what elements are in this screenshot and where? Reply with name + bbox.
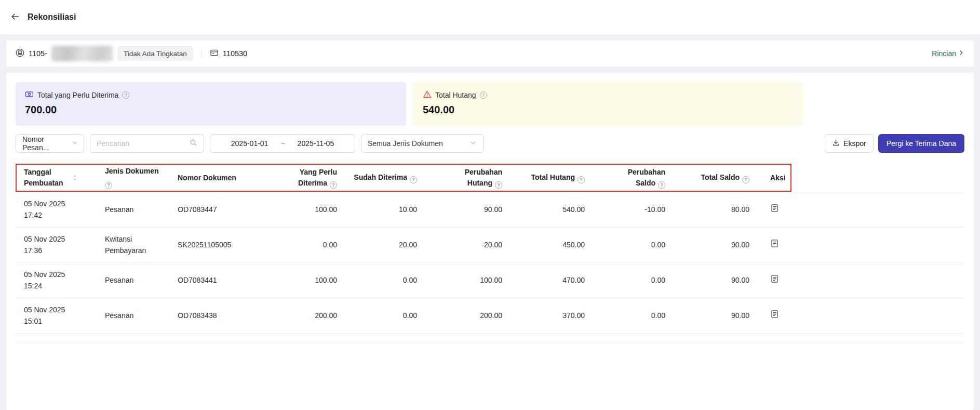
cell-yang-perlu: 100.00 <box>247 263 345 298</box>
account-info-left: 1105- Tidak Ada Tingkatan 110530 <box>16 46 932 61</box>
go-to-receive-funds-button[interactable]: Pergi ke Terima Dana <box>878 134 964 153</box>
view-document-button[interactable] <box>770 310 779 320</box>
document-type-dropdown[interactable]: Semua Jenis Dokumen <box>361 134 484 153</box>
help-icon[interactable]: ? <box>578 176 585 183</box>
date-text: 05 Nov 2025 <box>24 305 88 316</box>
search-type-value: Nomor Pesan... <box>22 135 71 152</box>
help-icon[interactable]: ? <box>410 176 417 183</box>
total-debt-card: Total Hutang ? 540.00 <box>413 82 804 126</box>
redacted-account-name <box>51 46 113 61</box>
date-text: 05 Nov 2025 <box>24 234 88 245</box>
cell-total-saldo: 90.00 <box>674 228 758 263</box>
cell-perubahan-saldo: 0.00 <box>593 298 674 334</box>
store-icon <box>16 48 24 59</box>
cell-total-saldo: 80.00 <box>674 192 758 228</box>
date-start: 2025-01-01 <box>231 139 269 148</box>
document-icon <box>770 310 779 320</box>
help-icon[interactable]: ? <box>742 176 749 183</box>
ledger-card-icon <box>210 48 219 59</box>
document-type-value: Semua Jenis Dokumen <box>368 139 443 148</box>
help-icon[interactable]: ? <box>658 181 665 189</box>
cell-perubahan-saldo: 0.00 <box>593 263 674 298</box>
search-input[interactable] <box>97 139 185 148</box>
col-header-perubahan-hutang: Perubahan Hutang? <box>425 164 511 192</box>
table-header-row: Tanggal Pembuatan Jenis Dokumen ? Nomo <box>16 164 964 192</box>
cell-jenis: Pesanan <box>97 298 169 334</box>
cell-yang-perlu: 200.00 <box>247 298 345 334</box>
col-header-yang-perlu-diterima: Yang Perlu Diterima? <box>247 164 345 192</box>
col-header-jenis-dokumen: Jenis Dokumen ? <box>97 164 169 192</box>
view-document-button[interactable] <box>770 204 779 214</box>
document-icon <box>770 239 779 249</box>
cell-aksi <box>758 228 964 263</box>
total-receivable-head: Total yang Perlu Diterima ? <box>25 90 397 100</box>
document-icon <box>770 204 779 214</box>
cell-aksi <box>758 192 964 228</box>
time-text: 15:01 <box>24 316 88 327</box>
help-icon[interactable]: ? <box>122 91 129 99</box>
detail-link-label: Rincian <box>932 49 956 58</box>
view-document-button[interactable] <box>770 239 779 249</box>
export-label: Ekspor <box>843 139 866 148</box>
total-receivable-card: Total yang Perlu Diterima ? 700.00 <box>16 82 406 126</box>
col-label-sudah: Sudah Diterima <box>354 173 407 181</box>
cell-nomor: OD7083447 <box>169 192 247 228</box>
col-label-total-hutang: Total Hutang <box>531 173 575 181</box>
page-content: 1105- Tidak Ada Tingkatan 110530 Rincian <box>0 34 980 410</box>
help-icon[interactable]: ? <box>480 91 487 99</box>
ledger-code: 110530 <box>223 49 247 58</box>
document-icon <box>770 274 779 285</box>
search-icon[interactable] <box>190 139 197 148</box>
table-row: 05 Nov 2025 17:36 Kwitansi Pembayaran SK… <box>16 228 964 263</box>
main-panel: Total yang Perlu Diterima ? 700.00 Total… <box>6 73 974 410</box>
time-text: 17:36 <box>24 245 88 257</box>
cell-date: 05 Nov 2025 17:42 <box>16 192 97 228</box>
vertical-divider <box>201 49 202 58</box>
chevron-down-icon <box>71 139 78 148</box>
cell-total-hutang: 450.00 <box>511 228 593 263</box>
sort-icon[interactable] <box>71 174 79 182</box>
cell-perubahan-saldo: -10.00 <box>593 192 674 228</box>
filter-row: Nomor Pesan... 2025-01-01 ~ 2025-11-05 S… <box>16 134 964 153</box>
total-debt-label: Total Hutang <box>435 91 476 99</box>
export-button[interactable]: Ekspor <box>825 134 874 153</box>
cell-aksi <box>758 298 964 334</box>
account-info-bar: 1105- Tidak Ada Tingkatan 110530 Rincian <box>6 41 974 67</box>
date-text: 05 Nov 2025 <box>24 269 88 281</box>
help-icon[interactable]: ? <box>105 182 112 189</box>
cell-sudah: 0.00 <box>345 298 425 334</box>
total-receivable-label: Total yang Perlu Diterima <box>37 91 118 99</box>
page-title: Rekonsiliasi <box>28 12 76 22</box>
total-receivable-value: 700.00 <box>25 104 397 116</box>
date-separator: ~ <box>280 139 285 148</box>
date-end: 2025-11-05 <box>298 139 334 148</box>
cell-sudah: 20.00 <box>345 228 425 263</box>
col-label-aksi: Aksi <box>770 174 786 182</box>
reconciliation-table-wrap: Tanggal Pembuatan Jenis Dokumen ? Nomo <box>16 164 964 342</box>
search-type-dropdown[interactable]: Nomor Pesan... <box>16 134 84 153</box>
top-bar: Rekonsiliasi <box>0 0 980 34</box>
cell-total-saldo: 90.00 <box>674 263 758 298</box>
total-debt-head: Total Hutang ? <box>423 90 795 100</box>
date-range-picker[interactable]: 2025-01-01 ~ 2025-11-05 <box>210 134 355 153</box>
chevron-down-icon <box>469 139 477 148</box>
search-field <box>90 134 204 153</box>
time-text: 15:24 <box>24 281 88 292</box>
cell-date: 05 Nov 2025 15:24 <box>16 263 97 298</box>
filter-actions: Ekspor Pergi ke Terima Dana <box>825 134 964 153</box>
cell-perubahan-hutang: -20.00 <box>425 228 511 263</box>
table-row: 05 Nov 2025 15:24 Pesanan OD7083441 100.… <box>16 263 964 298</box>
detail-link[interactable]: Rincian <box>932 49 964 58</box>
cell-nomor: OD7083438 <box>169 298 247 334</box>
cell-sudah: 0.00 <box>345 263 425 298</box>
help-icon[interactable]: ? <box>495 181 502 189</box>
view-document-button[interactable] <box>770 274 779 285</box>
col-header-tanggal-pembuatan[interactable]: Tanggal Pembuatan <box>16 164 97 192</box>
back-button[interactable] <box>10 12 20 23</box>
help-icon[interactable]: ? <box>330 181 337 189</box>
col-label-tanggal: Tanggal Pembuatan <box>24 167 70 189</box>
chevron-right-icon <box>958 49 964 58</box>
download-icon <box>832 139 840 148</box>
cell-sudah: 10.00 <box>345 192 425 228</box>
col-header-perubahan-saldo: Perubahan Saldo? <box>593 164 674 192</box>
